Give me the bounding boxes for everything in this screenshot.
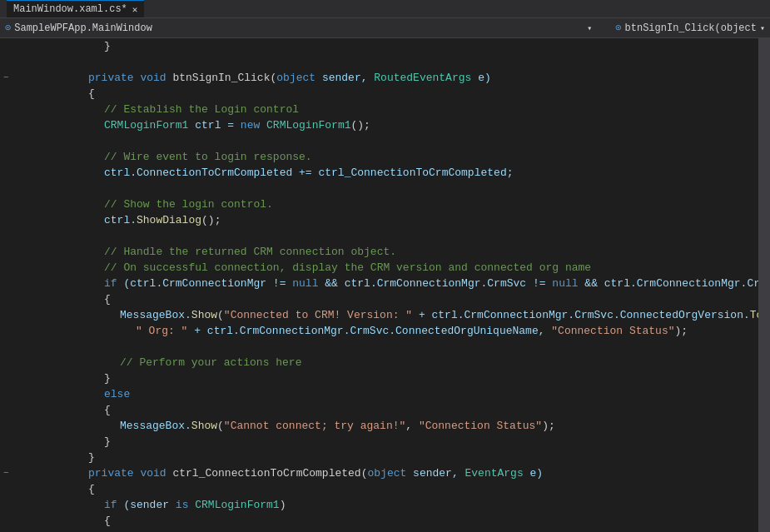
fold-indicator[interactable]: −: [3, 465, 9, 481]
token: this: [120, 529, 146, 532]
line-number: [17, 513, 43, 529]
line-number: [17, 418, 43, 434]
token: (ctrl.CrmConnectionMgr !=: [117, 276, 293, 291]
token: sender,: [406, 465, 464, 481]
token: MessageBox.: [120, 307, 191, 323]
nav-class-dropdown[interactable]: ▾: [587, 23, 592, 33]
line-number: [17, 323, 43, 339]
code-line: // Handle the returned CRM connection ob…: [57, 244, 758, 260]
token: ctrl_ConnectionToCrmCompleted(: [172, 465, 367, 481]
code-line: {: [57, 86, 758, 102]
line-number: [17, 465, 43, 481]
line-number: [17, 244, 43, 260]
token: [260, 117, 266, 133]
token: MessageBox.: [120, 418, 191, 434]
code-line: [57, 133, 758, 149]
token: ();: [201, 212, 221, 228]
token: private: [88, 465, 140, 481]
token: ctrl.: [104, 212, 137, 228]
token: (: [217, 307, 224, 323]
line-number: [17, 54, 43, 70]
token: }: [104, 370, 111, 386]
vertical-scrollbar[interactable]: [758, 38, 770, 532]
token: + ctrl.CrmConnectionMgr.CrmSvc.Connected…: [187, 323, 551, 339]
token: if: [104, 497, 117, 513]
title-bar: MainWindow.xaml.cs* ✕: [0, 0, 770, 18]
token: object: [276, 70, 315, 86]
line-number: [17, 276, 43, 291]
method-icon: ⊙: [615, 22, 621, 34]
token: void: [140, 465, 172, 481]
token: btnSignIn_Click(: [172, 70, 276, 86]
token: && ctrl.CrmConnectionMgr.CrmSvc !=: [318, 276, 552, 291]
token: {: [104, 513, 111, 529]
code-line: if (sender is CRMLoginForm1): [57, 497, 758, 513]
line-number: [17, 339, 43, 355]
token: // Perform your actions here: [120, 355, 301, 370]
tab-filename: MainWindow.xaml.cs*: [13, 3, 127, 15]
token: {: [88, 86, 95, 102]
token: CRMLoginForm1: [266, 117, 350, 133]
line-number: [17, 86, 43, 102]
token: null: [552, 276, 578, 291]
token: );: [542, 418, 555, 434]
token: object: [367, 465, 406, 481]
token: {: [104, 291, 111, 307]
token: Invoke: [224, 529, 263, 532]
token: );: [675, 323, 688, 339]
line-number: [17, 165, 43, 181]
line-number: [17, 117, 43, 133]
code-line: if (ctrl.CrmConnectionMgr != null && ctr…: [57, 276, 758, 291]
token: // Establish the Login control: [104, 102, 299, 117]
token: ,: [405, 418, 419, 434]
line-number: [17, 149, 43, 165]
line-number: [17, 133, 43, 149]
editor-container: −− }private void btnSignIn_Click(object …: [0, 38, 770, 532]
code-line: // Establish the Login control: [57, 102, 758, 117]
token: RoutedEventArgs: [374, 70, 471, 86]
token: // On successful connection, display the…: [104, 260, 591, 276]
token: "Connection Status": [419, 418, 542, 434]
line-number: [17, 402, 43, 418]
token: Show: [191, 307, 217, 323]
token: {: [104, 402, 111, 418]
code-line: // Show the login control.: [57, 196, 758, 212]
token: if: [104, 276, 117, 291]
token: // Show the login control.: [104, 196, 273, 212]
token: // Wire event to login response.: [104, 149, 312, 165]
line-number: [17, 370, 43, 386]
line-number: [17, 212, 43, 228]
token: }: [104, 38, 111, 54]
close-tab-button[interactable]: ✕: [132, 4, 138, 15]
nav-method-dropdown[interactable]: ▾: [760, 23, 765, 33]
line-number: [17, 307, 43, 323]
token: e): [471, 70, 490, 86]
nav-method-text: btnSignIn_Click(object: [625, 22, 757, 34]
code-line: [57, 228, 758, 244]
token: private: [88, 70, 140, 86]
code-area[interactable]: }private void btnSignIn_Click(object sen…: [50, 38, 758, 532]
code-line: // Perform your actions here: [57, 355, 758, 370]
code-line: [57, 181, 758, 196]
code-line: }: [57, 370, 758, 386]
token: && ctrl.CrmConnectionMgr.CrmSvc.IsReady): [579, 276, 758, 291]
code-line: MessageBox.Show("Cannot connect; try aga…: [57, 418, 758, 434]
token: (: [217, 418, 224, 434]
token: (() =>: [263, 529, 302, 532]
token: ): [280, 497, 286, 513]
token: ctrl.ConnectionToCrmCompleted += ctrl_Co…: [104, 165, 513, 181]
token: // Handle the returned CRM connection ob…: [104, 244, 396, 260]
token: [188, 497, 195, 513]
line-number: [17, 196, 43, 212]
nav-class-text: SampleWPFApp.MainWindow: [14, 22, 584, 34]
token: Show: [191, 418, 217, 434]
code-line: [57, 339, 758, 355]
token: + ctrl.CrmConnectionMgr.CrmSvc.Connected…: [412, 307, 750, 323]
line-number: [17, 386, 43, 402]
token: ToString: [750, 307, 758, 323]
fold-indicator[interactable]: −: [3, 70, 9, 86]
line-number: [17, 481, 43, 497]
editor-tab[interactable]: MainWindow.xaml.cs* ✕: [7, 0, 144, 17]
line-number: [17, 450, 43, 465]
code-line: }: [57, 450, 758, 465]
